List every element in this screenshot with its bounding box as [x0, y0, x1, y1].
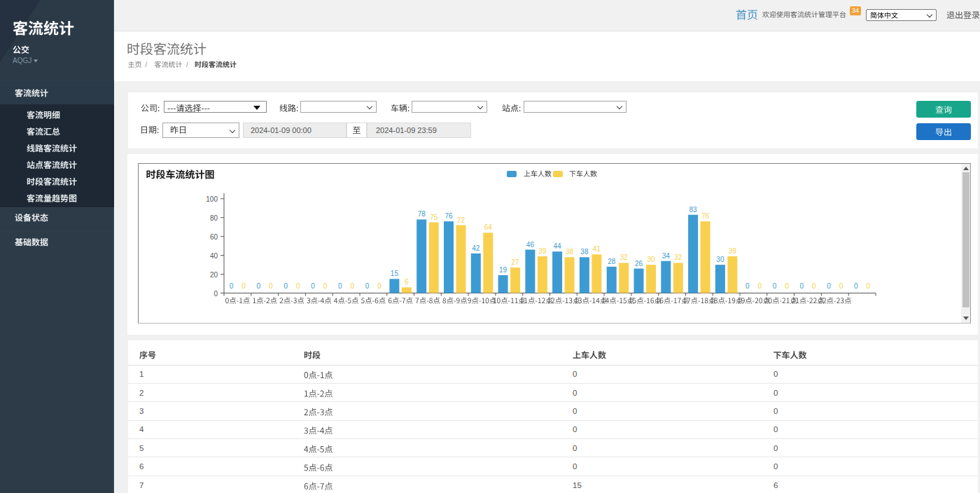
svg-text:76: 76 — [444, 212, 453, 220]
svg-text:0: 0 — [230, 282, 234, 290]
svg-text:30: 30 — [716, 256, 724, 263]
svg-text:60: 60 — [210, 233, 218, 241]
svg-text:0: 0 — [269, 282, 273, 290]
svg-text:64: 64 — [484, 223, 493, 231]
svg-text:0: 0 — [284, 282, 288, 290]
svg-text:30: 30 — [647, 256, 655, 263]
svg-text:34: 34 — [662, 252, 671, 260]
svg-text:15: 15 — [391, 270, 399, 277]
svg-text:38: 38 — [580, 248, 589, 256]
svg-text:0: 0 — [839, 282, 844, 290]
svg-text:0: 0 — [323, 282, 328, 290]
svg-text:0: 0 — [257, 282, 261, 290]
svg-text:76: 76 — [701, 212, 710, 220]
svg-text:0: 0 — [365, 282, 370, 290]
svg-text:0: 0 — [241, 282, 246, 290]
svg-text:0: 0 — [812, 282, 816, 290]
svg-text:0: 0 — [800, 282, 804, 290]
svg-text:80: 80 — [210, 214, 218, 222]
svg-text:40: 40 — [210, 252, 218, 260]
svg-text:38: 38 — [566, 248, 574, 256]
svg-text:41: 41 — [593, 245, 601, 253]
svg-text:72: 72 — [457, 216, 465, 224]
svg-text:39: 39 — [538, 247, 547, 255]
svg-text:32: 32 — [620, 254, 629, 261]
svg-text:32: 32 — [674, 254, 682, 261]
svg-text:75: 75 — [430, 214, 438, 221]
svg-text:6: 6 — [405, 278, 409, 286]
svg-text:0: 0 — [746, 282, 750, 290]
svg-text:0: 0 — [338, 282, 342, 290]
svg-text:19: 19 — [499, 266, 507, 274]
svg-text:42: 42 — [472, 244, 480, 252]
svg-text:0: 0 — [785, 282, 789, 290]
svg-text:39: 39 — [729, 247, 737, 255]
svg-text:0: 0 — [311, 282, 315, 290]
svg-text:0: 0 — [773, 282, 777, 290]
svg-text:78: 78 — [418, 210, 426, 218]
svg-text:46: 46 — [526, 241, 535, 249]
svg-text:26: 26 — [635, 260, 643, 268]
svg-text:27: 27 — [512, 258, 520, 266]
svg-text:28: 28 — [608, 258, 616, 265]
svg-text:0: 0 — [757, 282, 762, 290]
svg-text:0: 0 — [827, 282, 831, 290]
svg-text:100: 100 — [206, 195, 218, 203]
svg-text:44: 44 — [554, 242, 562, 250]
svg-text:20: 20 — [210, 271, 218, 279]
svg-text:0: 0 — [854, 282, 858, 290]
svg-text:0: 0 — [867, 282, 871, 290]
svg-text:0: 0 — [296, 282, 300, 290]
svg-text:0: 0 — [377, 282, 382, 290]
svg-text:0: 0 — [214, 290, 218, 298]
svg-text:83: 83 — [690, 206, 698, 214]
svg-text:0: 0 — [351, 282, 355, 290]
